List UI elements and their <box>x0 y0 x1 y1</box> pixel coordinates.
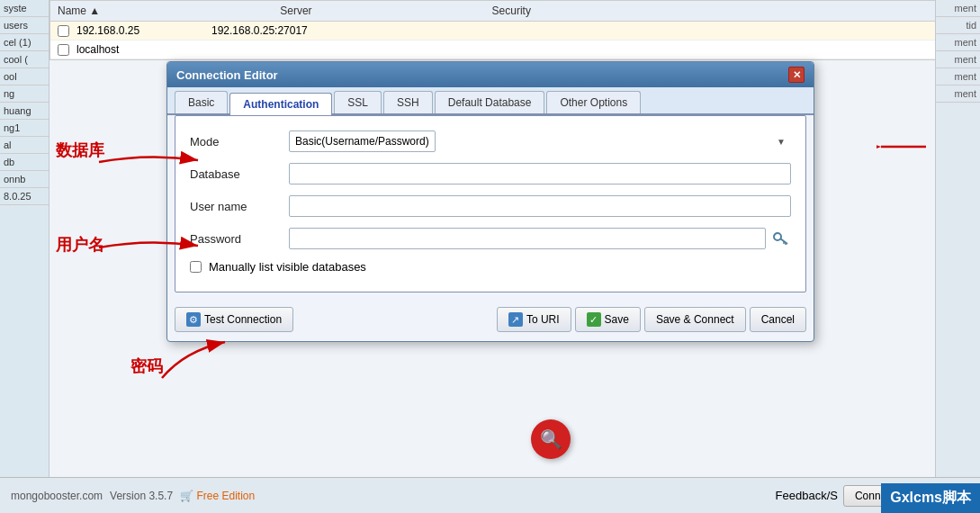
save-connect-label: Save & Connect <box>656 313 734 326</box>
to-uri-button[interactable]: ↗ To URI <box>497 307 571 332</box>
save-connect-button[interactable]: Save & Connect <box>644 307 746 332</box>
to-uri-label: To URI <box>526 313 560 326</box>
save-label: Save <box>605 313 629 326</box>
row-server-0: 192.168.0.25:27017 <box>211 24 391 37</box>
cancel-button[interactable]: Cancel <box>750 307 806 332</box>
sidebar-item-2: cel (1) <box>0 34 49 51</box>
checkbox-label[interactable]: Manually list visible databases <box>209 260 366 274</box>
sidebar-item-11: 8.0.25 <box>0 188 49 205</box>
site-label: mongobooster.com <box>11 490 103 502</box>
footer-right: ↗ To URI ✓ Save Save & Connect Cancel <box>497 307 806 332</box>
table-header: Name ▲ Server Security <box>50 1 949 22</box>
sidebar-item-8: al <box>0 137 49 154</box>
dialog-title-bar: Connection Editor ✕ <box>167 62 814 87</box>
password-input-wrap <box>289 228 791 249</box>
sidebar-item-1: users <box>0 17 49 34</box>
tab-ssl[interactable]: SSL <box>334 91 382 113</box>
row-checkbox-1[interactable] <box>58 44 69 56</box>
feedback-label: Feedback/S <box>776 489 838 502</box>
sidebar-item-7: ng1 <box>0 120 49 137</box>
sidebar-right-item-3: ment <box>936 51 980 68</box>
password-label: Password <box>190 232 289 246</box>
key-icon[interactable] <box>769 228 791 249</box>
col-name: Name ▲ <box>58 4 100 17</box>
arrow-database <box>94 144 202 180</box>
sidebar-right: ment tid ment ment ment ment <box>935 0 980 477</box>
username-label: User name <box>190 200 289 213</box>
test-connection-icon: ⚙ <box>186 312 201 327</box>
username-input[interactable] <box>289 195 791 217</box>
mode-select[interactable]: Basic(Username/Password) <box>289 130 436 152</box>
table-row[interactable]: localhost <box>50 40 949 59</box>
sidebar-right-item-4: ment <box>936 68 980 86</box>
bottom-left: mongobooster.com Version 3.5.7 🛒 Free Ed… <box>11 490 255 502</box>
sidebar-left: syste users cel (1) cool ( ool ng huang … <box>0 0 49 477</box>
tab-other-options[interactable]: Other Options <box>546 91 641 113</box>
to-uri-icon: ↗ <box>508 312 523 327</box>
red-search-button[interactable]: 🔍 <box>531 419 571 459</box>
username-row: User name <box>190 195 791 217</box>
tab-bar: Basic Authentication SSL SSH Default Dat… <box>167 87 814 115</box>
dialog-form-content: Mode Basic(Username/Password) Database U… <box>175 115 806 292</box>
bottom-bar: mongobooster.com Version 3.5.7 🛒 Free Ed… <box>0 477 980 513</box>
dialog-close-button[interactable]: ✕ <box>788 67 805 83</box>
dialog-title: Connection Editor <box>176 68 278 82</box>
col-server: Server <box>280 4 311 17</box>
connections-table: Name ▲ Server Security 192.168.0.25 192.… <box>49 0 949 60</box>
row-checkbox-0[interactable] <box>58 25 69 37</box>
database-input[interactable] <box>289 163 791 184</box>
test-connection-button[interactable]: ⚙ Test Connection <box>175 307 293 332</box>
arrow-mode <box>877 133 931 160</box>
checkbox-row: Manually list visible databases <box>190 260 791 274</box>
row-name-1: localhost <box>76 43 211 56</box>
tab-authentication[interactable]: Authentication <box>229 93 332 115</box>
sidebar-item-10: onnb <box>0 171 49 188</box>
free-edition-label: 🛒 Free Edition <box>180 490 255 502</box>
sidebar-right-item-0: ment <box>936 0 980 17</box>
tab-default-database[interactable]: Default Database <box>435 91 545 113</box>
sidebar-item-5: ng <box>0 86 49 103</box>
mode-select-wrapper: Basic(Username/Password) <box>289 130 791 152</box>
dialog-footer: ⚙ Test Connection ↗ To URI ✓ Save Save &… <box>167 300 814 341</box>
save-icon: ✓ <box>587 312 601 327</box>
sidebar-item-6: huang <box>0 103 49 120</box>
connection-editor-dialog: Connection Editor ✕ Basic Authentication… <box>166 61 814 342</box>
sidebar-right-item-2: ment <box>936 34 980 51</box>
mode-row: Mode Basic(Username/Password) <box>190 130 791 152</box>
arrow-username <box>94 230 202 266</box>
search-icon: 🔍 <box>540 428 562 450</box>
tab-ssh[interactable]: SSH <box>383 91 433 113</box>
arrow-password <box>157 333 229 387</box>
database-row: Database <box>190 163 791 184</box>
password-input[interactable] <box>289 228 766 249</box>
cancel-label: Cancel <box>761 313 795 326</box>
row-name-0: 192.168.0.25 <box>76 24 211 37</box>
password-row: Password <box>190 228 791 249</box>
mode-label: Mode <box>190 135 289 148</box>
sidebar-item-3: cool ( <box>0 51 49 68</box>
tab-basic[interactable]: Basic <box>175 91 228 113</box>
version-label: Version 3.5.7 <box>110 490 173 502</box>
sidebar-item-9: db <box>0 154 49 171</box>
save-button[interactable]: ✓ Save <box>575 307 641 332</box>
sidebar-right-item-1: tid <box>936 17 980 34</box>
sidebar-item-4: ool <box>0 68 49 86</box>
test-connection-label: Test Connection <box>204 313 282 326</box>
col-security: Security <box>492 4 531 17</box>
sidebar-right-item-5: ment <box>936 86 980 103</box>
watermark: Gxlcms脚本 <box>881 483 980 513</box>
table-row[interactable]: 192.168.0.25 192.168.0.25:27017 <box>50 22 949 40</box>
sidebar-item-0: syste <box>0 0 49 17</box>
footer-left: ⚙ Test Connection <box>175 307 293 332</box>
database-label: Database <box>190 167 289 181</box>
